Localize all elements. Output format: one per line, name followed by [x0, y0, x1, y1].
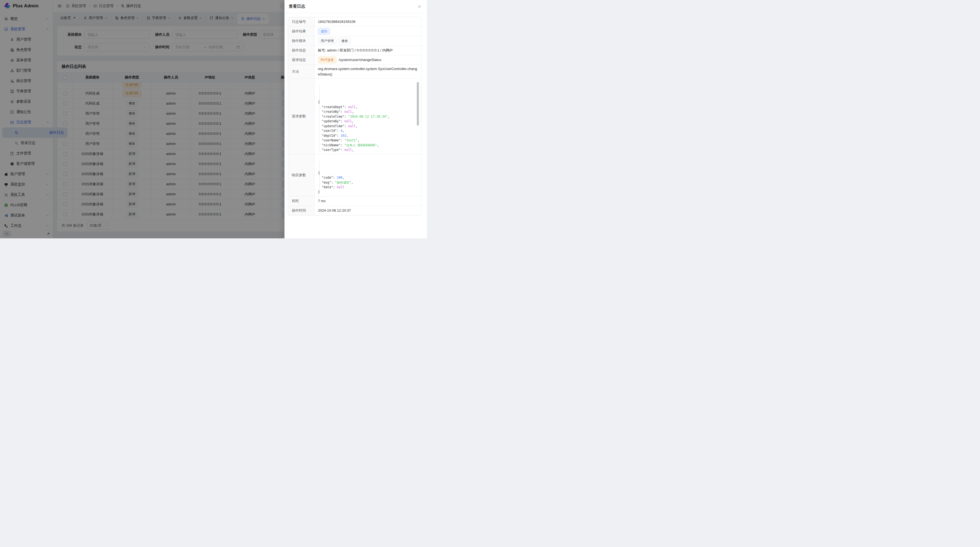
detail-row-response-params: 响应参数 { "code": 200, "msg": "操作成功", "data…: [288, 154, 421, 196]
operation-time-value: 2024-10-06 12:20:37: [315, 206, 421, 215]
request-params-code[interactable]: { "createDept": null, "createBy": null, …: [318, 81, 420, 152]
operation-info-value: 账号: admin / 研发部门 / 0:0:0:0:0:0:0:1 / 内网I…: [315, 46, 421, 55]
detail-row-op-time: 操作时间 2024-10-06 12:20:37: [288, 206, 421, 215]
drawer-body: 日志编号 1842781986426159106 操作结果 成功 操作模块 用户…: [285, 13, 427, 215]
detail-row-info: 操作信息 账号: admin / 研发部门 / 0:0:0:0:0:0:0:1 …: [288, 46, 421, 55]
cost-value: 7 ms: [315, 196, 421, 206]
view-log-drawer: 查看日志 日志编号 1842781986426159106 操作结果 成功 操作…: [285, 0, 427, 238]
app-window: Plus Admin 概览 系统管理 用户管理 角色管理 菜单管理 部门管理 岗…: [0, 0, 427, 238]
log-id-value: 1842781986426159106: [315, 17, 421, 26]
detail-row-cost: 耗时 7 ms: [288, 196, 421, 206]
request-url: /system/user/changeStatus: [339, 57, 381, 63]
method-value: org.dromara.system.controller.system.Sys…: [315, 65, 421, 78]
close-icon[interactable]: [418, 5, 422, 8]
response-params-code: { "code": 200, "msg": "操作成功", "data": nu…: [318, 156, 420, 195]
put-request-badge: PUT请求: [318, 57, 336, 63]
indent-guide: [319, 161, 320, 190]
detail-row-result: 操作结果 成功: [288, 27, 421, 36]
detail-row-request-params: 请求参数 { "createDept": null, "createBy": n…: [288, 79, 421, 154]
detail-row-module: 操作模块 用户管理修改: [288, 36, 421, 46]
drawer-header: 查看日志: [285, 0, 427, 13]
success-badge: 成功: [318, 28, 330, 35]
module-badge: 用户管理: [318, 38, 336, 44]
drawer-title: 查看日志: [289, 4, 305, 9]
detail-row-request: 请求信息 PUT请求/system/user/changeStatus: [288, 55, 421, 65]
indent-guide: [319, 86, 320, 152]
action-badge: 修改: [339, 38, 351, 44]
detail-row-log-id: 日志编号 1842781986426159106: [288, 17, 421, 27]
scrollbar-thumb[interactable]: [417, 82, 419, 126]
log-detail-table: 日志编号 1842781986426159106 操作结果 成功 操作模块 用户…: [288, 17, 422, 215]
detail-row-method: 方法 org.dromara.system.controller.system.…: [288, 65, 421, 79]
